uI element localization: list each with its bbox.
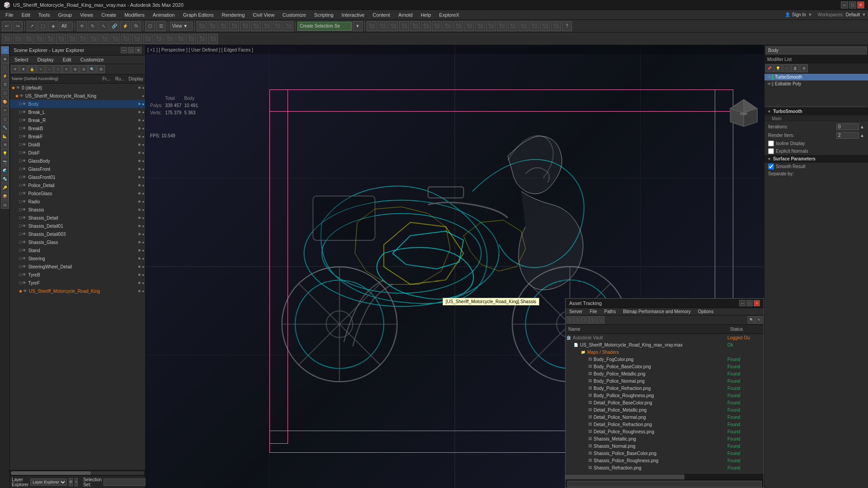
tb21[interactable]: ⬛	[421, 21, 431, 31]
filter-button[interactable]: ◈	[48, 21, 58, 31]
menu-modifiers[interactable]: Modifiers	[121, 11, 148, 19]
anim-tb7[interactable]: ⬛	[67, 34, 77, 44]
at-tb1[interactable]: ⬛	[566, 316, 574, 324]
anim-tb14[interactable]: ⬛	[143, 34, 153, 44]
sidebar-icon-13[interactable]: 📷	[1, 158, 9, 166]
tb32[interactable]: ⬛	[540, 21, 550, 31]
menu-views[interactable]: Views	[76, 11, 97, 19]
at-row-map-basecolor[interactable]: 🖼 Body_Police_BaseColor.png Found	[566, 363, 764, 370]
undo-button[interactable]: ↩	[2, 21, 12, 31]
at-menu-paths[interactable]: Paths	[601, 308, 620, 315]
scene-row-tyref[interactable]: □ 👁 TyreF ❄ ●	[10, 279, 145, 287]
scene-row-policeglass[interactable]: □ 👁 PoliceGlass ❄ ●	[10, 189, 145, 197]
tb19[interactable]: ⬛	[399, 21, 409, 31]
sidebar-icon-15[interactable]: 🔩	[1, 175, 9, 183]
cs-dropdown[interactable]: ▼	[353, 21, 363, 31]
scene-menu-select[interactable]: Select	[10, 56, 33, 64]
at-menu-options[interactable]: Options	[694, 308, 717, 315]
anim-tb12[interactable]: ⬛	[121, 34, 131, 44]
scene-bottom-btn1[interactable]: ⚙	[69, 478, 73, 486]
tb10[interactable]: ⬛	[229, 21, 239, 31]
scene-tb-lock[interactable]: 🔒	[28, 65, 36, 73]
modifier-search-input[interactable]: Body	[766, 47, 867, 54]
ts-surface-section[interactable]: ▼ Surface Parameters	[764, 155, 868, 163]
at-tb4[interactable]: ⬛	[590, 316, 597, 324]
mod-tb-del[interactable]: 🗑	[791, 64, 799, 72]
scene-row-glassbody[interactable]: □ 👁 GlassBody ❄ ●	[10, 157, 145, 165]
tb28[interactable]: ⬛	[497, 21, 507, 31]
tb7[interactable]: ⬛	[197, 21, 207, 31]
menu-tools[interactable]: Tools	[35, 11, 54, 19]
menu-rendering[interactable]: Rendering	[218, 11, 249, 19]
anim-tb1[interactable]: ⬛	[2, 34, 12, 44]
ts-isoline-checkbox[interactable]	[768, 141, 774, 146]
modifier-editable-poly[interactable]: 👁 Editable Poly	[764, 80, 868, 87]
ts-render-up[interactable]: ▲	[860, 133, 864, 138]
sidebar-icon-12[interactable]: 💡	[1, 149, 9, 157]
anim-tb18[interactable]: ⬛	[186, 34, 196, 44]
rotate-button[interactable]: ↻	[88, 21, 98, 31]
tb29[interactable]: ⬛	[508, 21, 518, 31]
scene-row-stand[interactable]: □ 👁 Stand ❄ ●	[10, 246, 145, 254]
tb33[interactable]: ⬛	[551, 21, 561, 31]
ts-smooth-checkbox[interactable]	[768, 164, 774, 169]
sidebar-icon-3[interactable]: ⚡	[1, 72, 9, 80]
sidebar-icon-9[interactable]: 🔧	[1, 123, 9, 131]
scene-row-shassis-detail003[interactable]: □ 👁 Shassis_Detail003 ❄ ●	[10, 230, 145, 238]
sidebar-icon-5[interactable]: ⬡	[1, 89, 9, 97]
at-maximize-button[interactable]: □	[746, 300, 753, 306]
anim-tb8[interactable]: ⬛	[78, 34, 88, 44]
at-row-map-sh-refraction[interactable]: 🖼 Shassis_Refraction.png Found	[566, 464, 764, 471]
at-row-map-sh-normal[interactable]: 🖼 Shassis_Normal.png Found	[566, 442, 764, 450]
anim-tb19[interactable]: ⬛	[197, 34, 207, 44]
scene-tb-sort[interactable]: ↕	[54, 65, 62, 73]
scale-button[interactable]: ⤡	[99, 21, 108, 31]
tb13[interactable]: ⬛	[262, 21, 272, 31]
mod-tb-pin[interactable]: 📌	[765, 64, 774, 72]
anim-tb17[interactable]: ⬛	[175, 34, 185, 44]
at-row-map-det-metallic[interactable]: 🖼 Detail_Police_Metallic.png Found	[566, 406, 764, 413]
at-tb-search[interactable]: 🔍	[748, 316, 755, 324]
tb14[interactable]: ⬛	[273, 21, 283, 31]
menu-create[interactable]: Create	[98, 11, 120, 19]
tb26[interactable]: ⬛	[475, 21, 485, 31]
at-tb3[interactable]: ⬛	[582, 316, 589, 324]
scene-row-break-r[interactable]: □ 👁 Break_R ❄ ●	[10, 116, 145, 124]
sidebar-icon-16[interactable]: 🔑	[1, 183, 9, 192]
scene-tb-close[interactable]: ✕	[11, 65, 19, 73]
anim-tb6[interactable]: ⬛	[56, 34, 66, 44]
scene-row-steering[interactable]: □ 👁 Steering ❄ ●	[10, 254, 145, 263]
menu-scripting[interactable]: Scripting	[311, 11, 337, 19]
tb24[interactable]: ⬛	[453, 21, 463, 31]
maximize-button[interactable]: □	[849, 1, 856, 9]
anim-tb10[interactable]: ⬛	[99, 34, 109, 44]
tb30[interactable]: ⬛	[519, 21, 528, 31]
select-region-button[interactable]: ⬚	[38, 21, 47, 31]
create-selection-btn[interactable]: Create Selection Se	[297, 22, 352, 31]
scene-row-layer-default[interactable]: ◆ 👁 0 (default) ❄ ●	[10, 84, 145, 92]
at-row-mainfile[interactable]: 📄 US_Sheriff_Motorcycle_Road_King_max_vr…	[566, 341, 764, 348]
at-minimize-button[interactable]: ─	[739, 300, 745, 306]
at-row-map-det-basecolor[interactable]: 🖼 Detail_Police_BaseColor.png Found	[566, 399, 764, 406]
tb9[interactable]: ⬛	[218, 21, 228, 31]
redo-button[interactable]: ↪	[13, 21, 23, 31]
sidebar-icon-14[interactable]: 🌊	[1, 166, 9, 174]
navigation-cube[interactable]: TOP	[728, 97, 760, 129]
menu-arnold[interactable]: Arnold	[395, 11, 416, 19]
menu-explorex[interactable]: ExploreX	[435, 11, 463, 19]
turbos-eye-icon[interactable]: 👁	[767, 75, 772, 80]
menu-file[interactable]: File	[2, 11, 17, 19]
tb27[interactable]: ⬛	[486, 21, 496, 31]
sidebar-icon-1[interactable]: ◈	[1, 55, 9, 63]
at-row-vault[interactable]: 🏦 Autodesk Vault Logged Ou	[566, 334, 764, 341]
mod-tb-move[interactable]: ↑	[783, 64, 791, 72]
anim-tb13[interactable]: ⬛	[132, 34, 142, 44]
scene-tb-options[interactable]: ⚙	[97, 65, 105, 73]
at-row-map-refraction[interactable]: 🖼 Body_Police_Refraction.png Found	[566, 385, 764, 392]
snap-button[interactable]: ⚡	[120, 21, 130, 31]
at-row-map-det-roughness[interactable]: 🖼 Detail_Police_Roughness.png Found	[566, 428, 764, 435]
scene-explorer-maximize[interactable]: □	[128, 47, 134, 53]
at-filter-input[interactable]	[567, 481, 762, 487]
scene-tb-find[interactable]: 🔍	[88, 65, 96, 73]
menu-graph-editors[interactable]: Graph Editors	[179, 11, 217, 19]
